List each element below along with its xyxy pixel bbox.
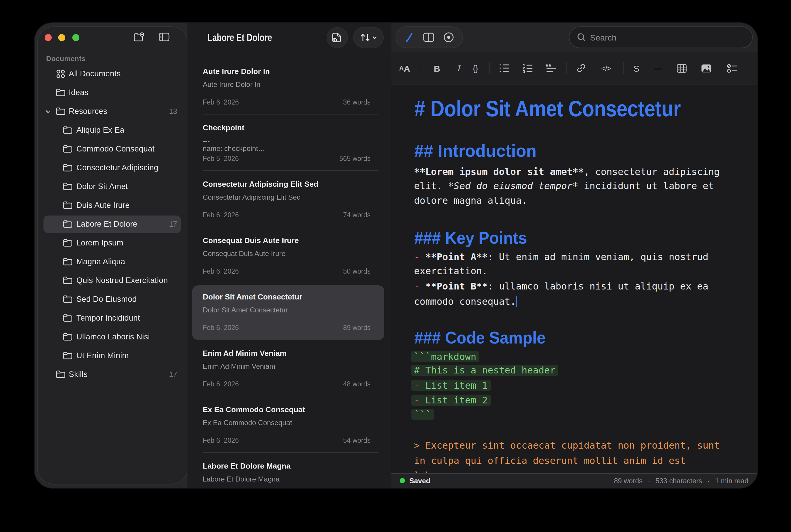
list-item-labore-et-dolore-magna[interactable]: Labore Et Dolore MagnaLabore Et Dolore M… <box>187 453 390 488</box>
numbered-list-button[interactable] <box>523 52 533 84</box>
blockquote-button[interactable] <box>546 52 556 84</box>
split-view-icon[interactable] <box>423 32 434 42</box>
note-preview: Aute Irure Dolor In <box>203 80 260 88</box>
sidebar-item-label: Duis Aute Irure <box>76 196 130 214</box>
folder-icon <box>62 276 73 285</box>
preview-mode-icon[interactable] <box>443 32 454 43</box>
strikethrough-button[interactable]: S <box>633 52 639 84</box>
note-word-count: 89 words <box>343 324 370 331</box>
new-folder-button[interactable] <box>133 32 144 42</box>
document-stats: 89 words· 533 characters· 1 min read <box>614 477 748 485</box>
sidebar-item-magna-aliqua[interactable]: Magna Aliqua <box>37 253 187 270</box>
folder-icon <box>56 369 66 379</box>
list-item-consectetur-adipiscing-elit-sed[interactable]: Consectetur Adipiscing Elit SedConsectet… <box>187 171 390 227</box>
sidebar-item-label: Dolor Sit Amet <box>76 178 128 195</box>
table-button[interactable] <box>677 52 687 84</box>
folder-icon <box>62 351 73 360</box>
editor-line: exercitation. <box>414 264 488 279</box>
sidebar-item-resources[interactable]: Resources13 <box>37 102 187 120</box>
new-note-button[interactable] <box>327 27 347 48</box>
text-size-button[interactable]: AA <box>399 52 410 84</box>
editor-heading-line: # Dolor Sit Amet Consectetur <box>414 96 681 121</box>
sidebar-item-label: All Documents <box>69 65 121 82</box>
sidebar-item-lorem-ipsum[interactable]: Lorem Ipsum <box>37 234 187 252</box>
search-field[interactable]: Search <box>569 27 752 48</box>
sidebar-item-ut-enim-minim[interactable]: Ut Enim Minim <box>37 347 187 364</box>
note-word-count: 74 words <box>343 211 370 218</box>
checklist-button[interactable] <box>727 52 737 84</box>
folder-icon <box>56 107 66 116</box>
editor-line: ``` <box>414 407 434 422</box>
sidebar-item-all-documents[interactable]: All Documents <box>37 65 187 82</box>
sidebar-item-skills[interactable]: Skills17 <box>37 365 187 383</box>
list-item-ex-ea-commodo-consequat[interactable]: Ex Ea Commodo ConsequatEx Ea Commodo Con… <box>187 396 390 453</box>
folder-icon <box>62 257 73 266</box>
note-word-count: 50 words <box>343 268 370 275</box>
bold-button[interactable]: B <box>434 52 440 84</box>
sidebar-item-consectetur-adipiscing[interactable]: Consectetur Adipiscing <box>37 159 187 176</box>
note-date: Feb 6, 2026 <box>203 380 239 387</box>
folder-icon <box>62 332 73 341</box>
sidebar-item-quis-nostrud-exercitation[interactable]: Quis Nostrud Exercitation <box>37 271 187 289</box>
editor-line: # This is a nested header <box>414 363 558 378</box>
note-preview: --- <box>203 136 210 145</box>
editor-mode-toolbar: Search <box>391 23 757 53</box>
traffic-close-button[interactable] <box>44 34 51 41</box>
note-preview: Labore Et Dolore Magna <box>203 475 280 483</box>
note-preview: Enim Ad Minim Veniam <box>203 362 275 370</box>
sidebar-item-count: 17 <box>169 215 177 233</box>
sidebar-item-label: Labore Et Dolore <box>76 215 137 233</box>
list-item-aute-irure-dolor-in[interactable]: Aute Irure Dolor InAute Irure Dolor InFe… <box>187 58 390 114</box>
sidebar-item-count: 13 <box>169 102 177 120</box>
toggle-sidebar-icon[interactable] <box>159 32 169 42</box>
list-item-consequat-duis-aute-irure[interactable]: Consequat Duis Aute IrureConsequat Duis … <box>187 227 390 284</box>
app-window: Documents All DocumentsIdeasResources13A… <box>35 23 757 488</box>
sidebar-item-tempor-incididunt[interactable]: Tempor Incididunt <box>37 309 187 327</box>
note-preview: name: checkpoint… <box>203 145 265 153</box>
link-button[interactable] <box>576 52 587 84</box>
traffic-zoom-button[interactable] <box>72 34 79 41</box>
note-title: Labore Et Dolore Magna <box>203 461 291 470</box>
editor-heading-line: ### Key Points <box>414 228 527 247</box>
sidebar-item-commodo-consequat[interactable]: Commodo Consequat <box>37 140 187 158</box>
sidebar-item-dolor-sit-amet[interactable]: Dolor Sit Amet <box>37 178 187 195</box>
list-item-dolor-sit-amet-consectetur[interactable]: Dolor Sit Amet ConsecteturDolor Sit Amet… <box>187 284 390 340</box>
editor-line: ```markdown <box>414 350 479 364</box>
note-title: Consectetur Adipiscing Elit Sed <box>203 180 318 189</box>
note-preview: Consequat Duis Aute Irure <box>203 249 286 258</box>
editor-heading-line: ## Introduction <box>414 140 536 162</box>
braces-button[interactable]: {} <box>473 52 478 84</box>
sort-button[interactable] <box>353 27 383 48</box>
editor-line: **Lorem ipsum dolor sit amet**, consecte… <box>414 165 720 179</box>
list-item-checkpoint[interactable]: Checkpoint---name: checkpoint…Feb 5, 202… <box>187 114 390 171</box>
sidebar-item-duis-aute-irure[interactable]: Duis Aute Irure <box>37 196 187 214</box>
sidebar-item-label: Commodo Consequat <box>76 140 154 158</box>
traffic-minimize-button[interactable] <box>58 34 65 41</box>
note-title: Checkpoint <box>203 123 244 132</box>
editor-line: - List item 1 <box>414 378 491 393</box>
note-date: Feb 6, 2026 <box>203 268 239 275</box>
horizontal-rule-button[interactable]: — <box>654 52 662 84</box>
sidebar-item-ullamco-laboris-nisi[interactable]: Ullamco Laboris Nisi <box>37 328 187 346</box>
bullet-list-button[interactable] <box>499 52 509 84</box>
sidebar-item-labore-et-dolore[interactable]: Labore Et Dolore17 <box>37 215 187 233</box>
italic-button[interactable]: I <box>458 52 460 84</box>
chevron-down-icon[interactable] <box>44 108 51 115</box>
folder-icon <box>62 126 73 135</box>
sidebar-item-aliquip-ex-ea[interactable]: Aliquip Ex Ea <box>37 121 187 139</box>
edit-mode-icon[interactable] <box>404 32 414 43</box>
note-title: Ex Ea Commodo Consequat <box>203 405 305 414</box>
list-item-enim-ad-minim-veniam[interactable]: Enim Ad Minim VeniamEnim Ad Minim Veniam… <box>187 340 390 396</box>
sidebar-item-label: Sed Do Eiusmod <box>76 290 136 308</box>
markdown-editor[interactable]: # Dolor Sit Amet Consectetur## Introduct… <box>391 84 757 488</box>
search-placeholder: Search <box>590 33 617 42</box>
note-date: Feb 6, 2026 <box>203 437 239 444</box>
editor-line: elit. *Sed do eiusmod tempor* incididunt… <box>414 179 714 193</box>
sidebar-item-label: Quis Nostrud Exercitation <box>76 271 168 289</box>
sidebar-item-ideas[interactable]: Ideas <box>37 84 187 101</box>
sidebar-item-sed-do-eiusmod[interactable]: Sed Do Eiusmod <box>37 290 187 308</box>
code-button[interactable]: </> <box>601 52 611 84</box>
image-button[interactable] <box>701 52 712 84</box>
note-word-count: 48 words <box>343 380 370 387</box>
formatting-toolbar: AA B I {} </> <box>391 52 757 85</box>
